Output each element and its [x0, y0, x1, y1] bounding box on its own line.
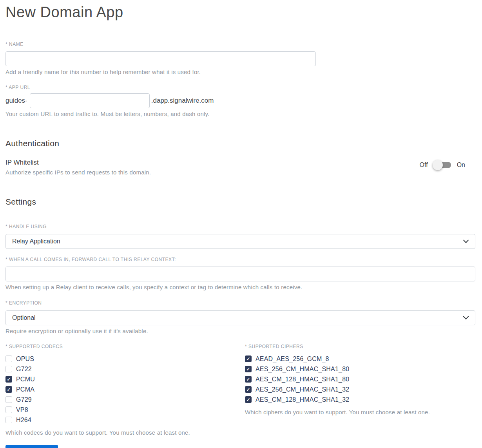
- app-url-input[interactable]: [30, 93, 150, 108]
- app-url-field-group: * APP URL guides- .dapp.signalwire.com Y…: [5, 85, 475, 117]
- handle-using-group: * HANDLE USING Relay Application: [5, 224, 475, 249]
- encryption-helper: Require encryption or optionally use it …: [5, 328, 475, 334]
- codec-option[interactable]: VP8: [5, 405, 245, 415]
- cipher-option[interactable]: AES_256_CM_HMAC_SHA1_32: [245, 385, 475, 395]
- relay-context-label: * WHEN A CALL COMES IN, FORWARD CALL TO …: [5, 257, 475, 262]
- cipher-option-label: AES_256_CM_HMAC_SHA1_80: [255, 366, 349, 373]
- ip-whitelist-label: IP Whitelist: [5, 159, 151, 167]
- codec-option[interactable]: PCMU: [5, 374, 245, 385]
- checkbox-icon[interactable]: [5, 417, 12, 423]
- ip-whitelist-toggle-group: Off On: [420, 161, 475, 169]
- cipher-option[interactable]: AES_256_CM_HMAC_SHA1_80: [245, 364, 475, 374]
- toggle-on-label: On: [457, 161, 465, 169]
- cipher-option-label: AES_CM_128_HMAC_SHA1_80: [255, 376, 349, 383]
- app-url-suffix: .dapp.signalwire.com: [151, 97, 214, 105]
- chevron-down-icon: [463, 316, 469, 319]
- ip-whitelist-toggle[interactable]: [434, 162, 451, 168]
- checkbox-icon[interactable]: [5, 396, 12, 403]
- cipher-list: AEAD_AES_256_GCM_8 AES_256_CM_HMAC_SHA1_…: [245, 354, 475, 405]
- ciphers-helper: Which ciphers do you want to support. Yo…: [245, 409, 475, 415]
- codec-list: OPUS G722 PCMU PCMA: [5, 354, 245, 425]
- cipher-option-label: AEAD_AES_256_GCM_8: [255, 355, 329, 363]
- cipher-option-label: AES_CM_128_HMAC_SHA1_32: [255, 396, 349, 403]
- codec-option[interactable]: G722: [5, 364, 245, 374]
- codec-option-label: PCMA: [16, 386, 34, 393]
- codecs-column: * SUPPORTED CODECS OPUS G722: [5, 344, 245, 436]
- chevron-down-icon: [463, 239, 469, 243]
- codec-option-label: G722: [16, 366, 32, 373]
- app-url-helper: Your custom URL to send traffic to. Must…: [5, 111, 475, 117]
- handle-using-value: Relay Application: [12, 238, 60, 245]
- handle-using-label: * HANDLE USING: [5, 224, 475, 229]
- name-input[interactable]: [5, 51, 316, 66]
- codec-option[interactable]: PCMA: [5, 385, 245, 395]
- ip-whitelist-helper: Authorize specific IPs to send requests …: [5, 169, 151, 176]
- cipher-option[interactable]: AES_CM_128_HMAC_SHA1_32: [245, 395, 475, 405]
- authentication-heading: Authentication: [5, 139, 475, 148]
- cipher-option[interactable]: AES_CM_128_HMAC_SHA1_80: [245, 374, 475, 385]
- ciphers-label: * SUPPORTED CIPHERS: [245, 344, 475, 349]
- app-url-label: * APP URL: [5, 85, 475, 90]
- save-button[interactable]: Save: [5, 445, 58, 448]
- checkbox-icon[interactable]: [5, 355, 12, 362]
- app-url-row: guides- .dapp.signalwire.com: [5, 93, 475, 108]
- encryption-select[interactable]: Optional: [5, 310, 475, 325]
- codec-option[interactable]: OPUS: [5, 354, 245, 364]
- toggle-knob: [433, 160, 443, 170]
- page-title: New Domain App: [5, 4, 475, 21]
- encryption-value: Optional: [12, 314, 36, 321]
- codec-option-label: G729: [16, 396, 32, 403]
- checkbox-icon[interactable]: [245, 376, 252, 383]
- checkbox-icon[interactable]: [245, 396, 252, 403]
- app-url-prefix: guides-: [5, 97, 27, 105]
- relay-context-input[interactable]: [5, 267, 475, 281]
- toggle-off-label: Off: [420, 161, 428, 169]
- ip-whitelist-text: IP Whitelist Authorize specific IPs to s…: [5, 159, 151, 176]
- codec-option-label: PCMU: [16, 376, 35, 383]
- new-domain-app-form: New Domain App * NAME Add a friendly nam…: [0, 0, 482, 448]
- settings-heading: Settings: [5, 197, 475, 207]
- checkbox-icon[interactable]: [5, 376, 12, 383]
- checkbox-icon[interactable]: [5, 386, 12, 393]
- encryption-group: * ENCRYPTION Optional Require encryption…: [5, 300, 475, 334]
- name-helper: Add a friendly name for this number to h…: [5, 69, 475, 75]
- codec-option-label: OPUS: [16, 355, 34, 363]
- relay-context-helper: When setting up a Relay client to receiv…: [5, 284, 475, 290]
- codec-option[interactable]: H264: [5, 415, 245, 425]
- name-label: * NAME: [5, 42, 475, 47]
- checkbox-icon[interactable]: [5, 366, 12, 372]
- handle-using-select[interactable]: Relay Application: [5, 234, 475, 249]
- cipher-option-label: AES_256_CM_HMAC_SHA1_32: [255, 386, 349, 393]
- name-field-group: * NAME Add a friendly name for this numb…: [5, 42, 475, 75]
- encryption-label: * ENCRYPTION: [5, 300, 475, 306]
- codecs-ciphers-columns: * SUPPORTED CODECS OPUS G722: [5, 344, 475, 436]
- ciphers-column: * SUPPORTED CIPHERS AEAD_AES_256_GCM_8 A…: [245, 344, 475, 436]
- checkbox-icon[interactable]: [245, 355, 252, 362]
- codec-option-label: VP8: [16, 406, 28, 414]
- ip-whitelist-row: IP Whitelist Authorize specific IPs to s…: [5, 159, 475, 176]
- codec-option-label: H264: [16, 417, 31, 424]
- checkbox-icon[interactable]: [245, 386, 252, 393]
- codecs-helper: Which codecs do you want to support. You…: [5, 429, 245, 436]
- codec-option[interactable]: G729: [5, 395, 245, 405]
- relay-context-group: * WHEN A CALL COMES IN, FORWARD CALL TO …: [5, 257, 475, 290]
- checkbox-icon[interactable]: [245, 366, 252, 372]
- cipher-option[interactable]: AEAD_AES_256_GCM_8: [245, 354, 475, 364]
- checkbox-icon[interactable]: [5, 406, 12, 413]
- codecs-label: * SUPPORTED CODECS: [5, 344, 245, 349]
